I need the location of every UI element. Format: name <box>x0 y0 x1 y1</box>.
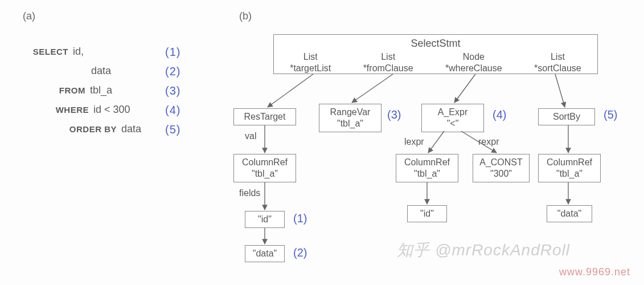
sql-keyword: SELECT <box>28 47 68 56</box>
watermark-zhihu: 知乎 @mrRockAndRoll <box>397 239 570 261</box>
watermark-site: www.9969.net <box>559 266 630 278</box>
svg-line-2 <box>454 74 475 103</box>
line-number: (5) <box>165 123 181 136</box>
sql-text: tbl_a <box>90 84 112 96</box>
sql-text: id < 300 <box>93 104 130 116</box>
line-number: (1) <box>165 46 181 59</box>
sql-keyword: ORDER BY <box>28 124 117 134</box>
panel-a-label: (a) <box>23 10 35 22</box>
svg-line-3 <box>555 74 565 107</box>
line-number: (4) <box>165 104 181 117</box>
sql-listing: SELECT id, data FROM tbl_a WHERE id < 30… <box>28 46 199 142</box>
svg-line-0 <box>268 74 313 107</box>
sql-text: data <box>121 123 141 135</box>
sql-text: data <box>91 65 111 77</box>
sql-text: id, <box>73 46 84 58</box>
sql-keyword: WHERE <box>28 105 89 115</box>
sql-keyword: FROM <box>28 85 85 95</box>
svg-line-1 <box>352 74 393 103</box>
svg-line-7 <box>428 131 444 153</box>
line-number: (2) <box>165 65 181 78</box>
line-number: (3) <box>165 84 181 97</box>
svg-line-8 <box>461 131 497 153</box>
panel-b-label: (b) <box>239 10 252 22</box>
